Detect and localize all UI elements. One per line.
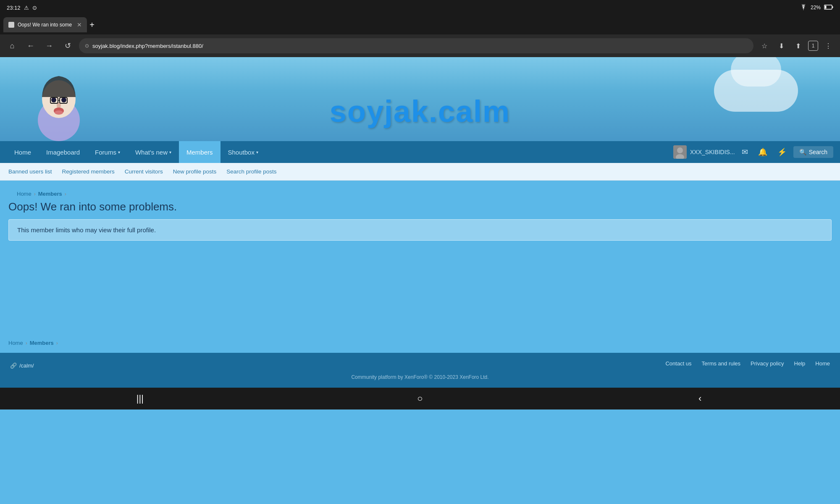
status-left: 23:12 ⚠ ⊙ (7, 5, 37, 11)
footer-privacy-policy[interactable]: Privacy policy (751, 360, 784, 367)
search-icon: 🔍 (799, 149, 806, 155)
nav-members[interactable]: Members (179, 141, 220, 163)
footer-bottom: Community platform by XenForo® © 2010-20… (10, 374, 830, 380)
user-info[interactable]: XXX_SKIBIDIS... (673, 145, 735, 159)
footer-breadcrumb-sep-1: › (26, 340, 27, 346)
page: soyjak.calm Home Imageboard Forums ▾ Wha… (0, 57, 840, 388)
svg-rect-2 (832, 6, 833, 8)
download-button[interactable]: ⬇ (774, 39, 788, 52)
nav-imageboard[interactable]: Imageboard (39, 141, 87, 163)
nav-actions: ☆ ⬇ ⬆ 1 ⋮ (758, 39, 835, 52)
status-right: 22% (800, 4, 833, 11)
site-path: /calm/ (19, 362, 34, 369)
breadcrumb-sep-1: › (34, 191, 36, 197)
mail-icon-button[interactable]: ✉ (738, 146, 751, 158)
reload-button[interactable]: ↺ (60, 39, 75, 53)
error-title: Oops! We ran into some problems. (8, 200, 832, 213)
svg-point-14 (677, 147, 683, 153)
url-text: soyjak.blog/index.php?members/istanbul.8… (92, 43, 203, 49)
footer-breadcrumb-members[interactable]: Members (30, 340, 54, 346)
bottom-bar: ||| ○ ‹ (0, 388, 840, 410)
subnav-registered-members[interactable]: Registered members (62, 168, 115, 175)
footer-help[interactable]: Help (794, 360, 806, 367)
record-icon: ⊙ (32, 5, 37, 11)
nav-shoutbox[interactable]: Shoutbox ▾ (220, 141, 266, 163)
user-avatar (673, 145, 687, 159)
footer-contact-us[interactable]: Contact us (665, 360, 691, 367)
breadcrumb-members[interactable]: Members (38, 191, 62, 197)
breadcrumb-home[interactable]: Home (17, 191, 32, 197)
tab-favicon (8, 22, 14, 28)
tab-title: Oops! We ran into some (18, 22, 72, 28)
subnav-current-visitors[interactable]: Current visitors (125, 168, 163, 175)
home-button[interactable]: ⌂ (5, 39, 19, 53)
nav-bar: ⌂ ← → ↺ ⊙ soyjak.blog/index.php?members/… (0, 34, 840, 57)
battery-label: 22% (811, 5, 821, 10)
menu-button[interactable]: ⋮ (822, 39, 835, 52)
svg-point-6 (61, 97, 66, 102)
user-name-label: XXX_SKIBIDIS... (690, 149, 735, 155)
time: 23:12 (7, 5, 21, 11)
nav-right: XXX_SKIBIDIS... ✉ 🔔 ⚡ 🔍 Search (673, 145, 833, 159)
nav-forums[interactable]: Forums ▾ (87, 141, 128, 163)
footer-breadcrumb: Home › Members › (0, 333, 840, 353)
forward-button[interactable]: → (42, 39, 56, 53)
svg-rect-1 (825, 5, 827, 8)
wifi-icon (800, 4, 807, 11)
error-message: This member limits who may view their fu… (17, 226, 156, 234)
shoutbox-dropdown-icon: ▾ (256, 150, 258, 155)
nav-whats-new[interactable]: What's new ▾ (128, 141, 179, 163)
lightning-icon-button[interactable]: ⚡ (774, 146, 790, 158)
bookmark-button[interactable]: ☆ (758, 39, 771, 52)
subnav-new-profile-posts[interactable]: New profile posts (173, 168, 217, 175)
nav-home[interactable]: Home (7, 141, 39, 163)
breadcrumb: Home › Members › (8, 184, 832, 200)
site-logo-text: soyjak.calm (330, 94, 510, 129)
sub-nav: Banned users list Registered members Cur… (0, 163, 840, 181)
recent-apps-button[interactable]: ||| (0, 388, 280, 410)
footer-breadcrumb-home[interactable]: Home (8, 340, 23, 346)
tab-close-button[interactable]: ✕ (77, 21, 82, 28)
tab-count-button[interactable]: 1 (808, 41, 818, 51)
footer-top-row: 🔗 /calm/ Contact us Terms and rules Priv… (10, 360, 830, 371)
subnav-banned-users[interactable]: Banned users list (8, 168, 52, 175)
alert-icon: ⚠ (24, 5, 29, 11)
footer: 🔗 /calm/ Contact us Terms and rules Priv… (0, 353, 840, 388)
status-bar: 23:12 ⚠ ⊙ 22% (0, 0, 840, 15)
main-nav: Home Imageboard Forums ▾ What's new ▾ Me… (0, 141, 840, 163)
home-os-button[interactable]: ○ (280, 388, 560, 410)
mascot-image (25, 66, 92, 141)
search-button[interactable]: 🔍 Search (793, 146, 833, 158)
error-box: This member limits who may view their fu… (8, 219, 832, 241)
footer-links: Contact us Terms and rules Privacy polic… (665, 360, 830, 367)
breadcrumb-sep-2: › (65, 191, 66, 197)
browser-tab[interactable]: Oops! We ran into some ✕ (3, 17, 87, 32)
back-os-button[interactable]: ‹ (560, 388, 840, 410)
hero-banner: soyjak.calm (0, 57, 840, 141)
copyright-text: Community platform by XenForo® © 2010-20… (351, 374, 488, 380)
new-tab-button[interactable]: + (89, 20, 94, 30)
main-content: Home › Members › Oops! We ran into some … (0, 181, 840, 249)
forums-dropdown-icon: ▾ (118, 150, 120, 155)
svg-point-5 (51, 97, 56, 102)
footer-terms-and-rules[interactable]: Terms and rules (702, 360, 740, 367)
bell-icon-button[interactable]: 🔔 (755, 146, 771, 158)
secure-icon: ⊙ (85, 43, 89, 49)
footer-breadcrumb-sep-2: › (56, 340, 58, 346)
share-button[interactable]: ⬆ (791, 39, 805, 52)
address-bar[interactable]: ⊙ soyjak.blog/index.php?members/istanbul… (79, 38, 753, 53)
battery-icon (824, 5, 833, 11)
cloud-decoration (714, 70, 798, 112)
whats-new-dropdown-icon: ▾ (169, 150, 171, 155)
back-button[interactable]: ← (24, 39, 38, 53)
link-icon: 🔗 (10, 362, 17, 369)
subnav-search-profile-posts[interactable]: Search profile posts (226, 168, 276, 175)
svg-point-12 (55, 110, 63, 115)
footer-home[interactable]: Home (815, 360, 830, 367)
tab-bar: Oops! We ran into some ✕ + (0, 15, 840, 34)
footer-left: 🔗 /calm/ (10, 362, 34, 369)
